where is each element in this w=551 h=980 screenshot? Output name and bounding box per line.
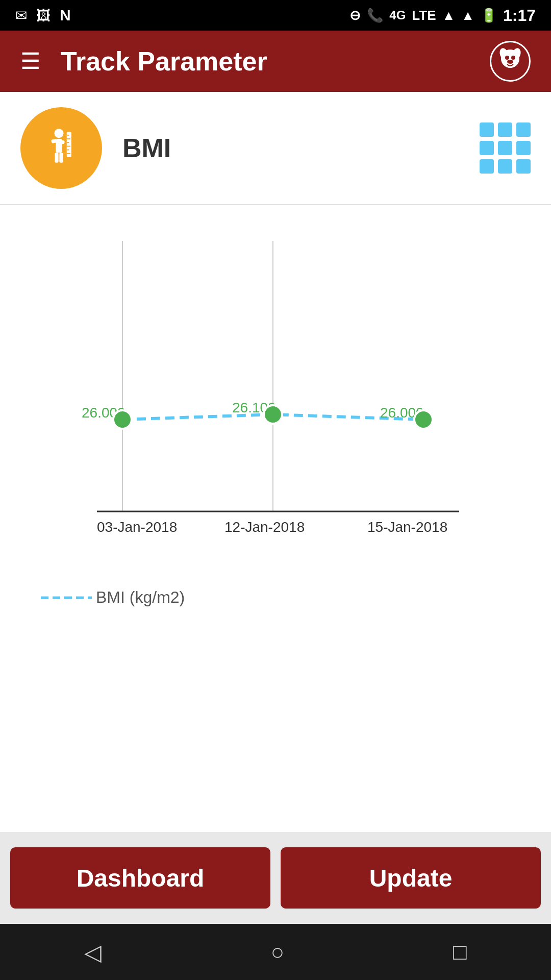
grid-dot — [498, 141, 512, 155]
status-bar-right-icons: ⊖ 📞 4G LTE ▲ ▲ 🔋 1:17 — [349, 6, 536, 25]
chart-legend: BMI (kg/m2) — [10, 588, 541, 607]
svg-point-5 — [507, 60, 513, 64]
recent-apps-button[interactable]: □ — [433, 934, 487, 970]
svg-rect-10 — [55, 153, 58, 163]
legend-line: BMI (kg/m2) — [41, 588, 185, 607]
grid-dot — [480, 159, 494, 174]
data-point-3[interactable] — [414, 410, 433, 429]
grid-dot — [480, 141, 494, 155]
grid-dot — [498, 159, 512, 174]
grid-dot — [480, 122, 494, 137]
bottom-bar: Dashboard Update — [0, 832, 551, 924]
legend-label: BMI (kg/m2) — [96, 588, 185, 607]
chart-wrapper: 26.000 26.100 26.000 03-Jan-2018 12-Jan-… — [10, 226, 541, 822]
svg-point-3 — [505, 56, 509, 60]
bmi-icon-circle — [20, 107, 102, 189]
grid-dot — [498, 122, 512, 137]
page-title: Track Parameter — [61, 46, 490, 77]
n-icon: N — [60, 7, 71, 24]
grid-dot — [516, 159, 531, 174]
signal-icon: ▲ — [442, 8, 455, 23]
hamburger-menu-icon[interactable]: ☰ — [20, 50, 40, 72]
grid-dot — [516, 122, 531, 137]
grid-dot — [516, 141, 531, 155]
image-icon: 🖼 — [36, 7, 51, 24]
chart-container: 26.000 26.100 26.000 03-Jan-2018 12-Jan-… — [0, 205, 551, 832]
bmi-label: BMI — [122, 133, 480, 163]
battery-icon: 🔋 — [481, 8, 497, 23]
minus-circle-icon: ⊖ — [349, 8, 361, 23]
svg-rect-11 — [59, 153, 63, 163]
bmi-row: BMI — [0, 92, 551, 205]
avatar[interactable] — [490, 41, 531, 82]
network-4g-label: 4G — [389, 8, 406, 22]
lte-label: LTE — [412, 8, 436, 23]
update-button[interactable]: Update — [281, 847, 541, 909]
svg-point-4 — [511, 56, 515, 60]
status-time: 1:17 — [503, 6, 536, 25]
back-button[interactable]: ◁ — [64, 934, 122, 970]
person-ruler-icon — [38, 125, 84, 171]
data-point-1[interactable] — [113, 410, 132, 429]
nav-bar: ◁ ○ □ — [0, 924, 551, 980]
app-header: ☰ Track Parameter — [0, 31, 551, 92]
grid-view-icon[interactable] — [480, 122, 531, 174]
data-point-2[interactable] — [264, 405, 282, 424]
dashboard-button[interactable]: Dashboard — [10, 847, 270, 909]
legend-dash-icon — [41, 594, 92, 602]
home-button[interactable]: ○ — [250, 934, 305, 970]
status-bar: ✉ 🖼 N ⊖ 📞 4G LTE ▲ ▲ 🔋 1:17 — [0, 0, 551, 31]
svg-point-6 — [55, 129, 64, 138]
signal2-icon: ▲ — [461, 8, 474, 23]
x-label-3: 15-Jan-2018 — [367, 519, 447, 535]
phone-icon: 📞 — [367, 8, 383, 23]
x-label-1: 03-Jan-2018 — [97, 519, 177, 535]
bmi-chart: 26.000 26.100 26.000 03-Jan-2018 12-Jan-… — [10, 226, 541, 573]
x-label-2: 12-Jan-2018 — [224, 519, 305, 535]
gmail-icon: ✉ — [15, 7, 27, 24]
status-bar-left-icons: ✉ 🖼 N — [15, 7, 71, 24]
